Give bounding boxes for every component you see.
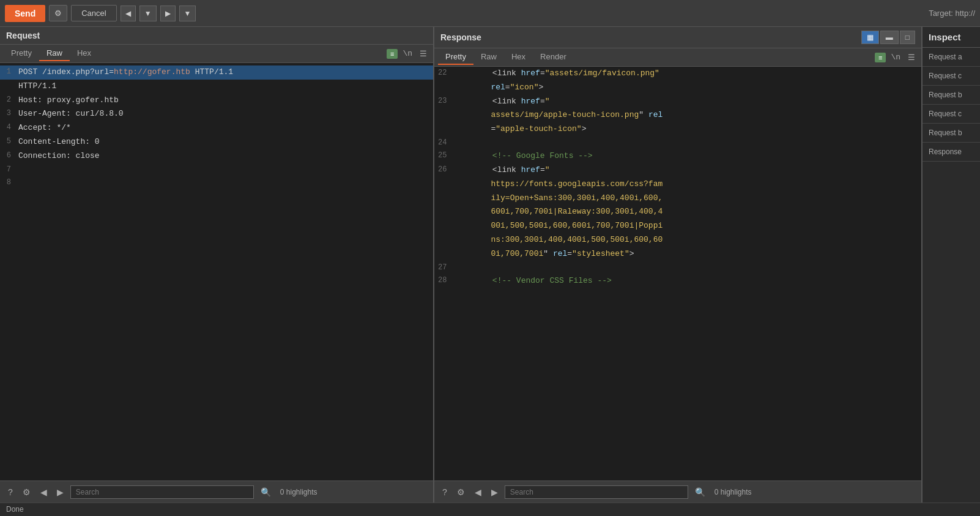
- line-content-4: Accept: */*: [18, 122, 433, 135]
- response-code-area: 22 <link href="assets/img/favicon.png" r…: [434, 67, 921, 480]
- response-help-button[interactable]: ?: [439, 486, 450, 498]
- line-content-5: Content-Length: 0: [18, 136, 433, 149]
- response-title: Response: [440, 32, 481, 42]
- request-newline-icon[interactable]: \n: [400, 48, 415, 59]
- cancel-button[interactable]: Cancel: [71, 5, 116, 21]
- response-line-28: 28 <!-- Vendor CSS Files -->: [434, 274, 921, 288]
- status-text: Done: [6, 505, 24, 514]
- resp-line-num-24: 24: [434, 137, 454, 149]
- request-search-input[interactable]: [70, 485, 254, 499]
- response-line-26e: 00i,500,500i,600,600i,700,700i|Poppi: [434, 219, 921, 233]
- nav-back-button[interactable]: ◀: [121, 6, 136, 21]
- send-button[interactable]: Send: [5, 5, 45, 22]
- line-num-8: 8: [0, 177, 18, 189]
- line-num-2: 2: [0, 94, 18, 106]
- resp-line-content-26f: ns:300,300i,400,400i,500,500i,600,60: [453, 234, 921, 247]
- nav-back-dropdown[interactable]: ▼: [139, 6, 157, 21]
- inspect-item-5[interactable]: Request b: [922, 124, 980, 143]
- tab-request-hex[interactable]: Hex: [70, 46, 98, 61]
- view-list-button[interactable]: ▬: [880, 31, 899, 44]
- resp-line-content-26d: 600i,700,700i|Raleway:300,300i,400,4: [453, 206, 921, 219]
- inspect-item-1[interactable]: Request a: [922, 48, 980, 67]
- inspect-item-3[interactable]: Request b: [922, 86, 980, 105]
- response-line-25: 25 <!-- Google Fonts -->: [434, 149, 921, 163]
- request-line-8: 8: [0, 176, 433, 189]
- response-settings-button[interactable]: ⚙: [454, 486, 468, 498]
- inspect-item-2[interactable]: Request c: [922, 67, 980, 86]
- view-grid-button[interactable]: ▦: [861, 31, 879, 44]
- response-nav-back[interactable]: ◀: [472, 486, 484, 498]
- response-line-26f: ns:300,300i,400,400i,500,500i,600,60: [434, 233, 921, 247]
- request-nav-forward[interactable]: ▶: [54, 486, 67, 498]
- resp-line-content-23c: ="apple-touch-icon">: [453, 123, 921, 136]
- line-content-1b: HTTP/1.1: [18, 80, 433, 93]
- resp-line-num-27: 27: [434, 262, 454, 274]
- resp-line-content-22b: rel="icon">: [453, 81, 921, 94]
- request-title: Request: [6, 31, 40, 40]
- nav-forward-button[interactable]: ▶: [160, 6, 176, 21]
- response-format-button[interactable]: ≡: [875, 53, 886, 62]
- response-line-24: 24: [434, 136, 921, 149]
- response-highlights: 0 highlights: [715, 488, 752, 496]
- resp-line-content-26e: 00i,500,500i,600,600i,700,700i|Poppi: [453, 220, 921, 233]
- resp-line-num-25: 25: [434, 150, 454, 162]
- request-menu-icon[interactable]: ☰: [417, 48, 429, 60]
- tab-request-raw[interactable]: Raw: [39, 46, 70, 61]
- resp-line-content-25: <!-- Google Fonts -->: [454, 150, 921, 163]
- settings-button[interactable]: ⚙: [49, 5, 67, 21]
- tab-response-raw[interactable]: Raw: [473, 50, 504, 65]
- tab-response-pretty[interactable]: Pretty: [438, 50, 473, 65]
- resp-line-content-26g: 0i,700,700i" rel="stylesheet">: [453, 248, 921, 261]
- line-num-7: 7: [0, 164, 18, 176]
- request-highlights: 0 highlights: [280, 488, 317, 496]
- response-line-27: 27: [434, 261, 921, 274]
- status-bar: Done: [0, 503, 980, 516]
- request-line-7: 7: [0, 163, 433, 176]
- tab-response-render[interactable]: Render: [533, 50, 574, 65]
- resp-line-content-28: <!-- Vendor CSS Files -->: [454, 275, 921, 288]
- request-format-button[interactable]: ≡: [387, 49, 398, 59]
- nav-forward-dropdown[interactable]: ▼: [179, 6, 196, 21]
- line-num-4: 4: [0, 122, 18, 133]
- response-line-23: 23 <link href=": [434, 95, 921, 109]
- response-line-23c: ="apple-touch-icon">: [434, 122, 921, 136]
- request-nav-back[interactable]: ◀: [37, 486, 50, 498]
- resp-line-num-23: 23: [434, 95, 454, 107]
- inspect-item-6[interactable]: Response: [922, 143, 980, 162]
- request-search-button[interactable]: 🔍: [258, 486, 274, 498]
- request-editor[interactable]: 1 POST /index.php?url=http://gofer.htb H…: [0, 63, 433, 480]
- line-num-6: 6: [0, 150, 18, 162]
- response-menu-icon[interactable]: ☰: [905, 51, 918, 64]
- resp-line-content-22: <link href="assets/img/favicon.png": [454, 67, 921, 80]
- response-bottom-bar: ? ⚙ ◀ ▶ 🔍 0 highlights: [434, 480, 921, 503]
- response-tab-bar: Pretty Raw Hex Render ≡ \n ☰: [434, 48, 921, 67]
- request-line-3: 3 User-Agent: curl/8.8.0: [0, 107, 433, 121]
- resp-line-num-28: 28: [434, 275, 454, 286]
- response-search-input[interactable]: [505, 485, 688, 499]
- response-search-button[interactable]: 🔍: [692, 486, 708, 498]
- response-nav-forward[interactable]: ▶: [488, 486, 501, 498]
- response-line-26g: 0i,700,700i" rel="stylesheet">: [434, 247, 921, 261]
- response-newline-icon[interactable]: \n: [888, 51, 903, 63]
- view-square-button[interactable]: □: [900, 31, 915, 44]
- request-line-2: 2 Host: proxy.gofer.htb: [0, 94, 433, 108]
- request-help-button[interactable]: ?: [5, 486, 16, 498]
- response-line-26b: https://fonts.googleapis.com/css?fam: [434, 178, 921, 192]
- line-num-1: 1: [0, 66, 18, 78]
- response-header: Response ▦ ▬ □: [434, 27, 921, 48]
- tab-request-pretty[interactable]: Pretty: [4, 46, 39, 61]
- inspect-item-4[interactable]: Request c: [922, 105, 980, 124]
- main-area: Request Pretty Raw Hex ≡ \n ☰ 1 POST /in…: [0, 27, 980, 503]
- response-line-26d: 600i,700,700i|Raleway:300,300i,400,4: [434, 205, 921, 219]
- line-content-1: POST /index.php?url=http://gofer.htb HTT…: [18, 66, 433, 79]
- resp-line-num-26: 26: [434, 164, 454, 176]
- request-settings-button[interactable]: ⚙: [20, 486, 34, 498]
- line-content-3: User-Agent: curl/8.8.0: [18, 108, 433, 121]
- request-header: Request: [0, 27, 433, 45]
- view-toggle: ▦ ▬ □: [861, 31, 915, 44]
- target-label: Target: http://: [929, 9, 975, 18]
- request-line-5: 5 Content-Length: 0: [0, 135, 433, 149]
- inspect-title: Inspect: [922, 27, 980, 48]
- tab-response-hex[interactable]: Hex: [504, 50, 533, 65]
- response-line-22b: rel="icon">: [434, 81, 921, 95]
